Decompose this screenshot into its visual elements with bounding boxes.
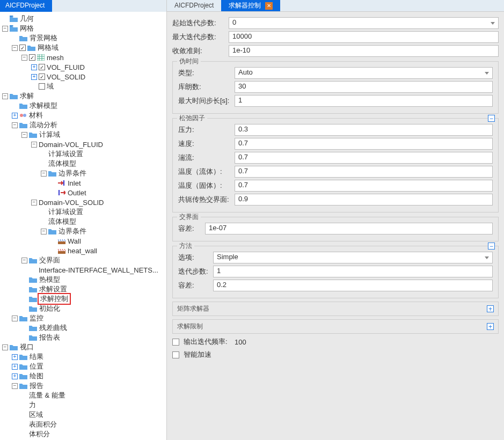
velocity-input[interactable]: 0.7 (235, 138, 493, 150)
tree-vol-fluid[interactable]: +VOL_FLUID (0, 62, 166, 72)
tree-result[interactable]: +结果 (0, 352, 166, 362)
left-tab-project[interactable]: AICFDProject (0, 0, 52, 12)
tree-wall[interactable]: Wall (0, 236, 166, 246)
checkbox[interactable] (29, 54, 35, 61)
tree-inlet[interactable]: Inlet (0, 178, 166, 188)
collapse-icon[interactable]: − (2, 93, 8, 99)
tree-solve[interactable]: −求解 (0, 91, 166, 101)
type-select[interactable]: Auto (235, 67, 493, 79)
tree-volume-integral[interactable]: 体积分 (0, 429, 166, 439)
turb-input[interactable]: 0.7 (235, 152, 493, 164)
collapse-icon[interactable]: − (2, 344, 8, 350)
tree-residual[interactable]: 残差曲线 (0, 323, 166, 333)
tree-bc-solid[interactable]: −边界条件 (0, 226, 166, 236)
tree-solve-settings[interactable]: 求解设置 (0, 284, 166, 294)
expand-icon[interactable]: + (12, 373, 18, 379)
tree-outlet[interactable]: Outlet (0, 188, 166, 197)
row-max-iter: 最大迭代步数: 10000 (172, 31, 499, 43)
collapse-icon[interactable]: − (2, 26, 8, 32)
tree-surface-integral[interactable]: 表面积分 (0, 420, 166, 429)
max-iter-input[interactable]: 10000 (229, 31, 499, 43)
tree-plot[interactable]: +绘图 (0, 371, 166, 381)
collapse-icon[interactable]: − (488, 243, 495, 250)
tree-comp-domain[interactable]: −计算域 (0, 130, 166, 140)
collapse-icon[interactable]: − (12, 122, 18, 128)
tree-material[interactable]: +材料 (0, 111, 166, 120)
output-freq-input[interactable]: 100 (235, 338, 499, 346)
tree-mesh[interactable]: −网格 (0, 24, 166, 33)
tree-domain-solid[interactable]: −Domain-VOL_SOLID (0, 197, 166, 207)
tree-mesh-item[interactable]: −mesh (0, 53, 166, 62)
temp-fluid-input[interactable]: 0.7 (235, 166, 493, 178)
tol2-input[interactable]: 0.2 (213, 280, 493, 291)
tree-heat-wall[interactable]: heat_wall (0, 246, 166, 255)
checkbox[interactable] (19, 45, 26, 51)
tree-flow-analysis[interactable]: −流动分析 (0, 120, 166, 130)
tree-domain-fluid[interactable]: −Domain-VOL_FLUID (0, 140, 166, 149)
tree-comp-settings-solid[interactable]: 计算域设置 (0, 207, 166, 217)
tree-monitor[interactable]: −监控 (0, 313, 166, 323)
tree-heat-model[interactable]: 热模型 (0, 275, 166, 284)
option-select[interactable]: Simple (213, 252, 493, 263)
collapse-icon[interactable]: − (488, 115, 495, 122)
collapse-icon[interactable]: − (12, 383, 18, 389)
tree-solve-model[interactable]: 求解模型 (0, 101, 166, 111)
tree-interface-item[interactable]: Interface-INTERFACE_WALL_NETS... (0, 265, 166, 275)
tree-flow-energy[interactable]: 流量 & 能量 (0, 391, 166, 400)
tree-solver-control[interactable]: 求解控制 (0, 294, 166, 304)
expand-icon[interactable]: + (12, 364, 18, 370)
checkbox[interactable] (39, 83, 45, 90)
expand-icon[interactable]: + (12, 113, 18, 119)
courant-input[interactable]: 30 (235, 81, 493, 93)
tree-vol-solid[interactable]: +VOL_SOLID (0, 72, 166, 82)
tree-initialization[interactable]: 初始化 (0, 304, 166, 313)
expand-icon[interactable]: + (31, 64, 37, 70)
checkbox-output-freq[interactable] (172, 339, 179, 346)
collapse-icon[interactable]: − (12, 316, 18, 321)
tree-fluid-model-solid[interactable]: 流体模型 (0, 217, 166, 226)
close-icon[interactable]: ✕ (265, 2, 273, 10)
iter-steps-input[interactable]: 1 (213, 266, 493, 277)
max-timestep-input[interactable]: 1 (235, 95, 493, 107)
tree-position[interactable]: +位置 (0, 362, 166, 371)
group-matrix-solver[interactable]: 矩阵求解器 + (172, 302, 499, 316)
tree-mesh-domain[interactable]: −网格域 (0, 43, 166, 53)
collapse-icon[interactable]: − (41, 229, 47, 234)
tree-bc-fluid[interactable]: −边界条件 (0, 168, 166, 178)
collapse-icon[interactable]: − (41, 171, 47, 177)
expand-icon[interactable]: + (31, 74, 37, 80)
converge-input[interactable]: 1e-10 (229, 45, 499, 57)
expand-icon[interactable]: + (487, 305, 494, 312)
tree-fluid-model-fluid[interactable]: 流体模型 (0, 159, 166, 168)
tolerance-input[interactable]: 1e-07 (205, 223, 493, 234)
temp-solid-input[interactable]: 0.7 (235, 180, 493, 192)
tree-report-table[interactable]: 报告表 (0, 333, 166, 342)
collapse-icon[interactable]: − (31, 142, 37, 148)
collapse-icon[interactable]: − (21, 55, 27, 61)
checkbox-smart-accel[interactable] (172, 351, 179, 358)
checkbox[interactable] (39, 64, 45, 70)
collapse-icon[interactable]: − (31, 200, 37, 206)
expand-icon[interactable]: + (487, 323, 494, 330)
tab-project[interactable]: AICFDProject (167, 0, 221, 11)
tree-domain-empty[interactable]: 域 (0, 82, 166, 91)
group-solve-limits[interactable]: 求解限制 + (172, 319, 499, 334)
tree-force[interactable]: 力 (0, 400, 166, 410)
checkbox[interactable] (39, 74, 45, 80)
tree-report[interactable]: −报告 (0, 381, 166, 391)
tree-comp-settings-fluid[interactable]: 计算域设置 (0, 149, 166, 159)
expand-icon[interactable]: + (12, 354, 18, 360)
tree-region[interactable]: 区域 (0, 410, 166, 420)
folder-icon (29, 131, 37, 138)
tree-bg-mesh[interactable]: 背景网格 (0, 33, 166, 43)
tree-interface[interactable]: −交界面 (0, 255, 166, 265)
pressure-input[interactable]: 0.3 (235, 124, 493, 136)
collapse-icon[interactable]: − (21, 132, 27, 138)
tree-viewport[interactable]: −视口 (0, 342, 166, 352)
collapse-icon[interactable]: − (21, 258, 27, 263)
tab-solver-control[interactable]: 求解器控制 ✕ (221, 0, 280, 11)
cht-input[interactable]: 0.9 (235, 194, 493, 206)
start-iter-input[interactable]: 0 (229, 17, 499, 29)
collapse-icon[interactable]: − (12, 45, 18, 51)
tree-geometry[interactable]: 几何 (0, 14, 166, 24)
